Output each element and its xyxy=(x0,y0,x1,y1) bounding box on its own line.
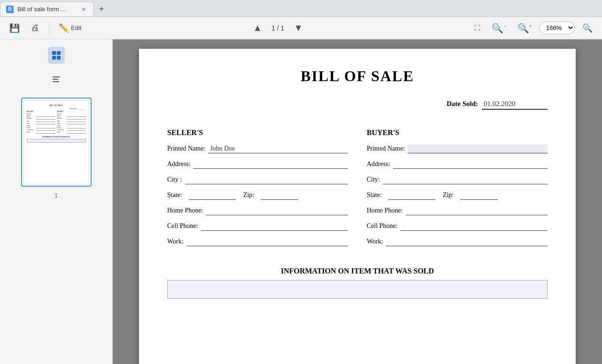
edit-label: Edit xyxy=(71,24,81,31)
item-area[interactable] xyxy=(167,280,548,299)
seller-state-zip-row: State: Zip: xyxy=(167,191,348,200)
svg-rect-1 xyxy=(57,51,61,55)
pdf-area: BILL OF SALE Date Sold: 01.02.2020 SELLE… xyxy=(113,39,602,364)
page-separator: / xyxy=(277,24,279,32)
zoom-in-icon: 🔍+ xyxy=(517,23,532,34)
buyer-address-label: Address: xyxy=(367,160,390,168)
zoom-out-icon: 🔍− xyxy=(492,23,506,34)
buyer-cell-phone-row: Cell Phone: xyxy=(367,222,548,231)
info-section-title: INFORMATION ON ITEM THAT WAS SOLD xyxy=(167,267,548,275)
sidebar: BILL OF SALE Date Sold: ___________ SELL… xyxy=(0,39,113,364)
buyer-cell-phone-label: Cell Phone: xyxy=(367,222,398,230)
buyer-state-input[interactable] xyxy=(388,191,435,200)
thumbnail-container[interactable]: BILL OF SALE Date Sold: ___________ SELL… xyxy=(21,98,92,187)
zoom-out-button[interactable]: 🔍− xyxy=(488,20,509,37)
buyer-work-row: Work: xyxy=(367,237,548,246)
sidebar-outline-btn[interactable] xyxy=(48,71,65,88)
buyer-home-phone-input[interactable] xyxy=(406,206,548,215)
form-columns: SELLER'S Printed Name: Address: City : xyxy=(167,129,548,253)
buyer-printed-name-row: Printed Name: xyxy=(367,144,548,153)
buyer-city-label: City: xyxy=(367,176,380,183)
print-icon: 🖨 xyxy=(31,23,39,33)
date-row: Date Sold: 01.02.2020 xyxy=(167,99,548,110)
tab-close-button[interactable]: × xyxy=(79,5,88,14)
buyer-zip-label: Zip: xyxy=(443,191,454,199)
buyer-cell-phone-input[interactable] xyxy=(401,222,548,231)
toolbar-right: ⛶ 🔍− 🔍+ 166% 100% 125% 150% 200% 🔍 xyxy=(471,20,596,37)
date-sold-value[interactable]: 01.02.2020 xyxy=(482,99,548,110)
tab-favicon: B xyxy=(6,6,14,13)
seller-column: SELLER'S Printed Name: Address: City : xyxy=(167,129,348,253)
seller-title: SELLER'S xyxy=(167,129,348,137)
seller-cell-phone-row: Cell Phone: xyxy=(167,222,348,231)
seller-printed-name-input[interactable] xyxy=(208,144,348,153)
svg-rect-6 xyxy=(53,81,59,82)
page-info: 1 / 1 xyxy=(271,24,284,32)
seller-zip-label: Zip: xyxy=(243,191,254,199)
pdf-title: BILL OF SALE xyxy=(167,68,548,85)
buyer-address-input[interactable] xyxy=(393,160,548,169)
buyer-title: BUYER'S xyxy=(367,129,548,137)
page-total: 1 xyxy=(281,24,285,32)
seller-home-phone-label: Home Phone: xyxy=(167,207,203,214)
seller-address-label: Address: xyxy=(167,160,191,168)
buyer-zip-input[interactable] xyxy=(460,191,498,200)
buyer-address-row: Address: xyxy=(367,160,548,169)
buyer-city-input[interactable] xyxy=(383,175,548,184)
edit-button[interactable]: ✏️ Edit xyxy=(55,20,85,36)
zoom-in-button[interactable]: 🔍+ xyxy=(514,20,535,37)
tab-title: Bill of sale form ... xyxy=(17,6,66,13)
search-icon: 🔍 xyxy=(582,23,593,33)
sidebar-icons xyxy=(48,45,65,90)
page-current: 1 xyxy=(271,24,275,32)
seller-cell-phone-label: Cell Phone: xyxy=(167,222,198,230)
toolbar: 💾 🖨 ✏️ Edit ▲ 1 / 1 ▼ ⛶ 🔍− 🔍+ 166% 100% … xyxy=(0,17,602,39)
fullscreen-icon: ⛶ xyxy=(474,24,480,31)
svg-rect-0 xyxy=(52,51,56,55)
svg-rect-2 xyxy=(52,56,56,60)
save-button[interactable]: 💾 xyxy=(6,20,23,36)
buyer-city-row: City: xyxy=(367,175,548,184)
sidebar-thumbnail-btn[interactable] xyxy=(48,47,65,64)
buyer-work-label: Work: xyxy=(367,238,383,245)
seller-work-row: Work: xyxy=(167,237,348,246)
buyer-printed-name-label: Printed Name: xyxy=(367,145,405,152)
new-tab-button[interactable]: + xyxy=(94,1,109,16)
seller-work-input[interactable] xyxy=(186,237,348,246)
buyer-work-input[interactable] xyxy=(386,237,548,246)
seller-home-phone-row: Home Phone: xyxy=(167,206,348,215)
active-tab[interactable]: B Bill of sale form ... × xyxy=(0,1,94,16)
buyer-home-phone-row: Home Phone: xyxy=(367,206,548,215)
seller-city-input[interactable] xyxy=(185,175,348,184)
seller-zip-input[interactable] xyxy=(261,191,298,200)
buyer-printed-name-input[interactable] xyxy=(408,144,548,153)
print-button[interactable]: 🖨 xyxy=(27,20,43,36)
seller-state-input[interactable] xyxy=(189,191,236,200)
date-sold-label: Date Sold: xyxy=(447,100,478,108)
seller-home-phone-input[interactable] xyxy=(206,206,348,215)
buyer-column: BUYER'S Printed Name: Address: City: xyxy=(367,129,548,253)
toolbar-separator xyxy=(49,23,49,34)
thumbnail-page-number: 1 xyxy=(54,192,58,199)
tab-bar: B Bill of sale form ... × + xyxy=(0,0,602,17)
seller-city-label: City : xyxy=(167,176,182,183)
buyer-home-phone-label: Home Phone: xyxy=(367,207,403,214)
seller-printed-name-label: Printed Name: xyxy=(167,145,205,152)
seller-cell-phone-input[interactable] xyxy=(201,222,348,231)
fullscreen-button[interactable]: ⛶ xyxy=(471,22,484,34)
nav-center: ▲ 1 / 1 ▼ xyxy=(89,21,467,35)
buyer-state-label: State: xyxy=(367,191,382,199)
seller-address-row: Address: xyxy=(167,160,348,169)
nav-down-button[interactable]: ▼ xyxy=(292,21,305,35)
seller-city-row: City : xyxy=(167,175,348,184)
seller-state-label: State: xyxy=(167,191,182,199)
nav-up-button[interactable]: ▲ xyxy=(251,21,264,35)
svg-rect-5 xyxy=(53,79,58,80)
page-thumbnail: BILL OF SALE Date Sold: ___________ SELL… xyxy=(23,100,89,184)
pdf-page: BILL OF SALE Date Sold: 01.02.2020 SELLE… xyxy=(139,49,576,364)
search-button[interactable]: 🔍 xyxy=(579,20,596,36)
seller-printed-name-row: Printed Name: xyxy=(167,144,348,153)
seller-address-input[interactable] xyxy=(193,160,348,169)
svg-rect-4 xyxy=(53,76,60,77)
zoom-select[interactable]: 166% 100% 125% 150% 200% xyxy=(539,22,575,34)
